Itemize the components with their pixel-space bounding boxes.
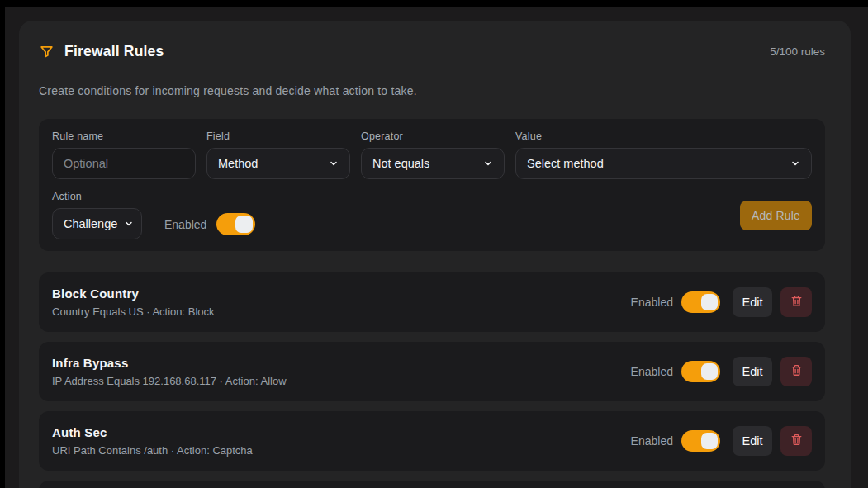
title-wrap: Firewall Rules <box>39 43 164 60</box>
rule-enabled-label: Enabled <box>631 434 673 448</box>
rule-summary: URI Path Contains /auth · Action: Captch… <box>52 444 253 457</box>
action-select[interactable]: Challenge <box>52 208 142 239</box>
field-field: Field Method <box>206 130 350 179</box>
chevron-down-icon <box>124 219 134 229</box>
firewall-rules-card: Firewall Rules 5/100 rules Create condit… <box>19 21 851 488</box>
operator-select-value: Not equals <box>372 157 429 170</box>
edit-rule-button[interactable]: Edit <box>733 426 772 456</box>
rule-enabled-toggle[interactable] <box>681 291 720 313</box>
rules-list: Block Country Country Equals US · Action… <box>39 272 825 488</box>
value-label: Value <box>515 130 812 142</box>
rule-row <box>39 481 825 488</box>
edit-rule-button[interactable]: Edit <box>733 357 772 386</box>
value-select-value: Select method <box>527 157 604 170</box>
field-select-value: Method <box>218 157 258 170</box>
delete-rule-button[interactable] <box>780 287 812 317</box>
enabled-label: Enabled <box>164 218 206 231</box>
operator-field: Operator Not equals <box>361 130 505 179</box>
trash-icon <box>790 363 804 380</box>
rule-name: Infra Bypass <box>52 356 287 370</box>
operator-select[interactable]: Not equals <box>361 148 505 179</box>
add-rule-button[interactable]: Add Rule <box>740 201 812 230</box>
chevron-down-icon <box>790 159 800 168</box>
rule-row: Block Country Country Equals US · Action… <box>39 272 825 332</box>
rule-name-field: Rule name <box>52 130 196 179</box>
field-label: Field <box>206 130 350 142</box>
rule-name: Block Country <box>52 287 215 301</box>
edit-rule-button[interactable]: Edit <box>733 287 772 317</box>
value-select[interactable]: Select method <box>515 148 812 179</box>
rule-info: Block Country Country Equals US · Action… <box>52 287 215 318</box>
field-select[interactable]: Method <box>206 148 350 179</box>
rule-name-label: Rule name <box>52 130 196 142</box>
action-field: Action Challenge <box>52 191 142 239</box>
rule-row: Infra Bypass IP Address Equals 192.168.6… <box>39 342 825 401</box>
trash-icon <box>790 433 804 449</box>
rule-enabled-label: Enabled <box>631 296 673 309</box>
enabled-group: Enabled <box>164 213 255 235</box>
rule-summary: Country Equals US · Action: Block <box>52 306 215 318</box>
chevron-down-icon <box>329 159 339 168</box>
chevron-down-icon <box>483 159 493 168</box>
funnel-icon <box>39 44 55 59</box>
toggle-knob <box>701 363 718 380</box>
page-subtitle: Create conditions for incoming requests … <box>39 84 825 97</box>
rule-row: Auth Sec URI Path Contains /auth · Actio… <box>39 411 825 471</box>
rule-enabled-toggle[interactable] <box>681 430 720 452</box>
card-header: Firewall Rules 5/100 rules <box>39 42 825 60</box>
action-label: Action <box>52 191 142 202</box>
rule-controls: Enabled Edit <box>631 426 812 456</box>
rule-controls: Enabled Edit <box>631 357 812 386</box>
rule-enabled-toggle[interactable] <box>681 361 720 382</box>
trash-icon <box>790 294 804 310</box>
rule-builder-row-2: Action Challenge Enabled Add Rule <box>52 191 812 239</box>
rule-enabled-label: Enabled <box>631 365 673 378</box>
rule-summary: IP Address Equals 192.168.68.117 · Actio… <box>52 375 287 387</box>
app-background: Firewall Rules 5/100 rules Create condit… <box>5 7 868 488</box>
toggle-knob <box>235 216 253 233</box>
value-field: Value Select method <box>515 130 812 179</box>
rule-builder-row-1: Rule name Field Method Operator Not <box>52 130 812 179</box>
rules-count: 5/100 rules <box>770 45 825 58</box>
toggle-knob <box>701 294 718 310</box>
enabled-toggle[interactable] <box>216 213 255 235</box>
rule-name: Auth Sec <box>52 425 253 439</box>
rule-builder-panel: Rule name Field Method Operator Not <box>39 119 825 251</box>
operator-label: Operator <box>361 130 505 142</box>
rule-controls: Enabled Edit <box>631 287 812 317</box>
action-select-value: Challenge <box>64 217 117 230</box>
delete-rule-button[interactable] <box>780 357 812 386</box>
delete-rule-button[interactable] <box>780 426 812 456</box>
toggle-knob <box>701 433 718 449</box>
rule-name-input[interactable] <box>52 148 196 179</box>
rule-info: Auth Sec URI Path Contains /auth · Actio… <box>52 425 253 457</box>
page-title: Firewall Rules <box>64 43 164 60</box>
rule-info: Infra Bypass IP Address Equals 192.168.6… <box>52 356 287 387</box>
